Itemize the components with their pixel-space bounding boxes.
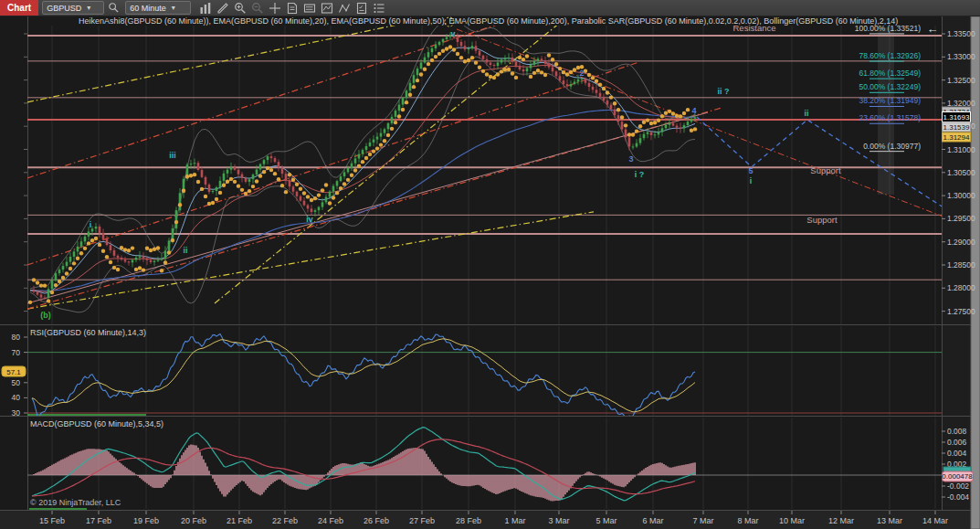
price-axis-label: 1.32500 [947, 76, 975, 85]
wave-label: i [90, 220, 92, 229]
time-axis-label: 14 Mar [922, 516, 948, 525]
wave-label: 3 [628, 154, 633, 164]
toolbar-icons [196, 1, 387, 15]
price-axis-label: 1.29000 [947, 238, 975, 247]
price-axis-label: 1.33500 [947, 29, 975, 38]
price-axis-label: 1.33000 [947, 52, 975, 61]
time-axis-label: 20 Feb [181, 516, 206, 525]
price-axis-label: 1.30000 [947, 191, 975, 200]
price-axis-label: 1.31000 [947, 145, 975, 154]
rsi-badge-value: 57.1 [6, 368, 21, 376]
fib-level-label: 38.20% (1.31949) [859, 96, 921, 105]
macd-axis-label: -0.004 [947, 492, 969, 502]
rsi-axis-label: 40 [12, 393, 21, 402]
time-axis-label: 19 Feb [133, 516, 159, 525]
wave-label: 5 [748, 166, 753, 175]
time-axis-label: 12 Mar [828, 516, 854, 525]
time-axis-label: 6 Mar [642, 516, 663, 525]
price-axis-label: 1.27500 [947, 307, 975, 316]
chart-window-icon[interactable] [319, 1, 335, 15]
report-icon[interactable] [353, 1, 370, 15]
time-axis-label: 1 Mar [504, 516, 525, 525]
time-axis-label: 26 Feb [364, 516, 389, 525]
fib-level-label: 23.60% (1.31578) [859, 113, 921, 122]
macd-axis-label: -0.002 [947, 481, 969, 491]
price-badge-last: 1.31693 [943, 112, 971, 122]
rsi-axis-label: 30 [12, 408, 21, 418]
zoom-out-icon[interactable] [249, 1, 266, 15]
fib-level-label: 0.00% (1.30977) [863, 142, 921, 151]
wave-label: iii [169, 151, 176, 160]
price-badge-value: 1.31294 [943, 133, 970, 142]
back-arrow-icon: ← [927, 22, 939, 36]
macd-value-badge: 0.000478 [942, 471, 973, 481]
rsi-value-badge: 57.1 [2, 366, 26, 376]
time-axis-label: 15 Feb [39, 516, 65, 525]
fib-level-label: 50.00% (1.32249) [859, 82, 921, 91]
macd-axis-label: 0.008 [947, 427, 967, 436]
toolbar: Chart GBPUSD ▾ 60 Minute ▾ [0, 0, 980, 16]
price-axis-label: 1.28000 [947, 283, 975, 292]
chart-tab[interactable]: Chart [0, 0, 38, 16]
pencil-icon[interactable] [215, 1, 231, 15]
crosshair-plus-icon[interactable] [267, 1, 283, 15]
interval-selector[interactable]: 60 Minute ▾ [125, 1, 191, 15]
sr-annotation: Support [806, 215, 838, 225]
time-axis-label: 28 Feb [456, 516, 481, 525]
chart-canvas[interactable]: 100.00% (1.33521)78.60% (1.32926)61.80% … [0, 0, 980, 529]
search-icon[interactable] [105, 1, 121, 15]
time-axis-label: 10 Mar [779, 516, 805, 525]
chart-style-icon[interactable] [197, 1, 214, 15]
macd-badge-value: 0.000478 [942, 472, 973, 481]
wave-label: ii [183, 246, 187, 255]
time-axis-label: 24 Feb [318, 516, 343, 525]
time-axis-label: 17 Feb [86, 516, 111, 525]
chevron-down-icon: ▾ [172, 4, 175, 12]
right-scrollbar[interactable] [971, 16, 980, 529]
zoom-in-icon[interactable] [232, 1, 248, 15]
wave-label: (b) [40, 311, 51, 320]
price-panel-icon[interactable] [301, 1, 318, 15]
rsi-axis-label: 70 [12, 348, 21, 357]
rsi-indicator-label: RSI(GBPUSD (60 Minute),14,3) [30, 328, 146, 337]
ninjatrader-window: Chart GBPUSD ▾ 60 Minute ▾ 100.00% (1.33… [0, 0, 980, 529]
macd-axis-label: 0.004 [947, 449, 967, 458]
time-axis-label: 8 Mar [737, 516, 758, 525]
wave-label: 4 [691, 106, 696, 115]
interval-label: 60 Minute [130, 4, 166, 13]
wave-label: 2 [579, 69, 584, 78]
time-axis-label: 7 Mar [692, 516, 713, 525]
macd-indicator-label: MACD(GBPUSD (60 Minute),5,34,5) [30, 419, 163, 428]
price-axis-label: 1.29500 [947, 214, 975, 223]
price-axis-label: 1.30500 [947, 168, 975, 177]
chevron-down-icon: ▾ [87, 4, 90, 12]
fib-level-label: 78.60% (1.32926) [859, 51, 921, 60]
price-axis-label: 1.32000 [947, 99, 975, 108]
price-axis-label: 1.28500 [947, 260, 975, 270]
instrument-label: GBPUSD [47, 4, 81, 13]
price-badge-yellow: 1.31294 [943, 132, 971, 142]
time-axis-label: 22 Feb [272, 516, 298, 525]
time-axis-label: 27 Feb [409, 516, 435, 525]
time-axis-label: 3 Mar [548, 516, 569, 525]
wave-label: ii ? [718, 87, 730, 96]
copyright-label: © 2019 NinjaTrader, LLC [30, 498, 121, 507]
wave-label: v [450, 29, 455, 38]
main-indicator-label: HeikenAshi8(GBPUSD (60 Minute)), EMA(GBP… [79, 16, 898, 26]
wave-label: ii [804, 109, 808, 118]
wave-label: i [750, 176, 753, 185]
time-axis-label: 5 Mar [595, 516, 616, 525]
price-badge-gray: 1.31539 [943, 122, 971, 132]
time-axis-label: 21 Feb [227, 516, 252, 525]
checklist-icon[interactable] [371, 1, 387, 15]
new-document-icon[interactable] [284, 1, 300, 15]
sr-annotation: Support [810, 165, 841, 175]
rsi-axis-label: 50 [12, 378, 21, 387]
instrument-selector[interactable]: GBPUSD ▾ [42, 1, 104, 15]
macd-axis-label: 0.006 [947, 438, 967, 447]
rsi-axis-label: 80 [12, 333, 21, 342]
time-axis-label: 13 Mar [877, 516, 902, 525]
price-badge-value: 1.31693 [943, 113, 970, 122]
price-badge-value: 1.31539 [943, 123, 970, 132]
zigzag-icon[interactable] [336, 1, 353, 15]
